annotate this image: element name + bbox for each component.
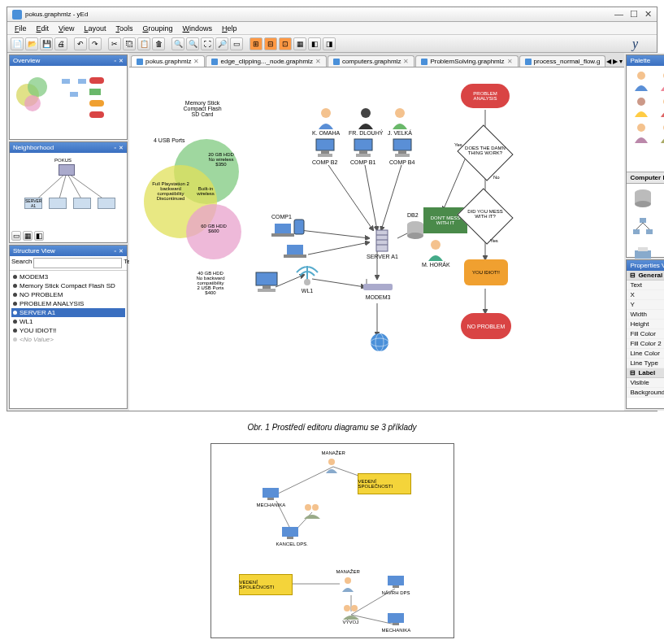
- undo-icon[interactable]: ↶: [74, 37, 87, 50]
- flow-start[interactable]: PROBLEM ANALYSIS: [461, 84, 510, 108]
- tab-next-icon[interactable]: ▶: [613, 58, 618, 65]
- menu-tools[interactable]: Tools: [111, 24, 137, 33]
- copy-icon[interactable]: ⿻: [123, 37, 136, 50]
- globe-node[interactable]: [370, 333, 389, 353]
- tab-active[interactable]: pokus.graphmlz✕: [131, 55, 205, 67]
- menu-layout[interactable]: Layout: [80, 24, 110, 33]
- structure-list[interactable]: MODEM3 Memory Stick Compact Flash SD NO …: [10, 271, 127, 346]
- laptop-node[interactable]: [284, 243, 306, 260]
- list-item[interactable]: Memory Stick Compact Flash SD: [11, 281, 125, 290]
- list-item[interactable]: WL1: [11, 317, 125, 326]
- list-item-selected[interactable]: SERVER A1: [11, 308, 125, 317]
- server-node[interactable]: SERVER A1: [367, 228, 398, 259]
- minimize-button[interactable]: —: [614, 9, 623, 20]
- prop-row[interactable]: Line Type—: [627, 359, 664, 368]
- menu-grouping[interactable]: Grouping: [138, 24, 176, 33]
- search-input[interactable]: [33, 258, 122, 268]
- palette-person-icon[interactable]: [656, 121, 664, 144]
- prop-row[interactable]: X425.8508656...: [627, 290, 664, 300]
- delete-icon[interactable]: 🗑: [152, 37, 165, 50]
- menu-file[interactable]: File: [11, 24, 31, 33]
- collapse-icon[interactable]: ⊟: [630, 272, 636, 279]
- canvas[interactable]: Memory Stick Compact Flash SD Card 4 USB…: [129, 67, 624, 411]
- person-node[interactable]: J. VELKÁ: [388, 107, 412, 136]
- tab-prev-icon[interactable]: ◀: [606, 58, 611, 65]
- list-item[interactable]: MODEM3: [11, 272, 125, 281]
- prop-row[interactable]: Line Color #000000: [627, 349, 664, 359]
- list-item[interactable]: <No Value>: [11, 335, 125, 344]
- zoomin-icon[interactable]: 🔍: [171, 37, 184, 50]
- select-icon[interactable]: ▭: [230, 37, 243, 50]
- layout3-icon[interactable]: ⊡: [279, 37, 292, 50]
- fit-icon[interactable]: ⛶: [201, 37, 214, 50]
- tab[interactable]: computers.graphmlz✕: [328, 55, 414, 67]
- list-item[interactable]: NO PROBLEM: [11, 290, 125, 299]
- monitor-node[interactable]: [253, 271, 280, 294]
- prop-row[interactable]: Width35.09529876...: [627, 310, 664, 320]
- tab-menu-icon[interactable]: ▾: [619, 58, 623, 65]
- monitor-node[interactable]: COMP B2: [312, 137, 337, 165]
- tablet-node[interactable]: [293, 219, 305, 236]
- tab[interactable]: ProblemSolving.graphmlz✕: [415, 55, 518, 67]
- list-item[interactable]: YOU IDIOT!!: [11, 326, 125, 335]
- palette-network[interactable]: [627, 184, 664, 257]
- panel-min-icon[interactable]: ▫: [115, 58, 116, 64]
- prop-row[interactable]: Fill Color 2: [627, 339, 664, 349]
- grid-icon[interactable]: ▦: [293, 37, 306, 50]
- overview-body[interactable]: [10, 66, 127, 139]
- zoomout-icon[interactable]: 🔍: [186, 37, 199, 50]
- tab-close-icon[interactable]: ✕: [193, 58, 199, 65]
- maximize-button[interactable]: ☐: [630, 9, 638, 20]
- layout1-icon[interactable]: ⊞: [250, 37, 263, 50]
- nb-tool2-icon[interactable]: ▦: [23, 231, 33, 241]
- wifi-node[interactable]: WL1: [295, 263, 319, 294]
- flow-idiot[interactable]: YOU IDIOT!!: [464, 259, 508, 285]
- person-node[interactable]: FR. DLOUHÝ: [349, 107, 383, 136]
- menu-edit[interactable]: Edit: [33, 24, 54, 33]
- neighborhood-body[interactable]: POKUS SERVER A1 ▭ ▦ ◧: [10, 153, 127, 242]
- prop-row[interactable]: Visible☑: [627, 378, 664, 388]
- flow-noproblem[interactable]: NO PROBLEM: [461, 313, 511, 339]
- close-button[interactable]: ✕: [644, 9, 652, 20]
- menu-windows[interactable]: Windows: [179, 24, 217, 33]
- palette-person-icon[interactable]: [656, 69, 664, 92]
- list-item[interactable]: PROBLEM ANALYSIS: [11, 299, 125, 308]
- monitor-node[interactable]: COMP B4: [389, 137, 414, 165]
- database-icon[interactable]: [630, 187, 656, 210]
- network-icon[interactable]: [630, 215, 656, 237]
- panel-close-icon[interactable]: ✕: [119, 58, 124, 64]
- tab[interactable]: edge_clipping..._node.graphmlz✕: [206, 55, 326, 67]
- palette-person-icon[interactable]: [656, 95, 664, 118]
- open-icon[interactable]: 📂: [25, 37, 38, 50]
- new-icon[interactable]: 📄: [11, 37, 24, 50]
- prop-row[interactable]: Height56.23199844...: [627, 320, 664, 329]
- menu-view[interactable]: View: [54, 24, 78, 33]
- palette-category[interactable]: Computer Network▾: [627, 172, 664, 184]
- zoom-icon[interactable]: 🔎: [215, 37, 228, 50]
- print-icon[interactable]: 🖨: [54, 37, 67, 50]
- tool-icon[interactable]: ◧: [308, 37, 321, 50]
- cut-icon[interactable]: ✂: [108, 37, 121, 50]
- monitor-node[interactable]: COMP B1: [350, 137, 375, 165]
- prop-row[interactable]: Y988.7004951...: [627, 300, 664, 310]
- palette-people[interactable]: [627, 66, 664, 172]
- nb-tool-icon[interactable]: ▭: [11, 231, 21, 241]
- prop-row[interactable]: Fill Color #cccccff: [627, 329, 664, 339]
- prop-row[interactable]: Background: [627, 388, 664, 398]
- prop-row[interactable]: TextSERVER A1: [627, 281, 664, 290]
- modem-node[interactable]: MODEM3: [362, 279, 394, 300]
- tool2-icon[interactable]: ◨: [323, 37, 336, 50]
- collapse-icon[interactable]: ⊟: [630, 369, 636, 376]
- tab[interactable]: process_normal_flow.g: [519, 55, 606, 67]
- laptop-node[interactable]: [271, 222, 294, 239]
- layout2-icon[interactable]: ⊟: [264, 37, 277, 50]
- palette-person-icon[interactable]: [630, 69, 653, 92]
- save-icon[interactable]: 💾: [40, 37, 53, 50]
- menu-help[interactable]: Help: [218, 24, 241, 33]
- paste-icon[interactable]: 📋: [137, 37, 150, 50]
- palette-person-icon[interactable]: [630, 121, 653, 144]
- palette-person-icon[interactable]: [630, 95, 653, 118]
- person-node[interactable]: K. OMAHA: [312, 107, 340, 136]
- nb-tool3-icon[interactable]: ◧: [34, 231, 44, 241]
- redo-icon[interactable]: ↷: [89, 37, 102, 50]
